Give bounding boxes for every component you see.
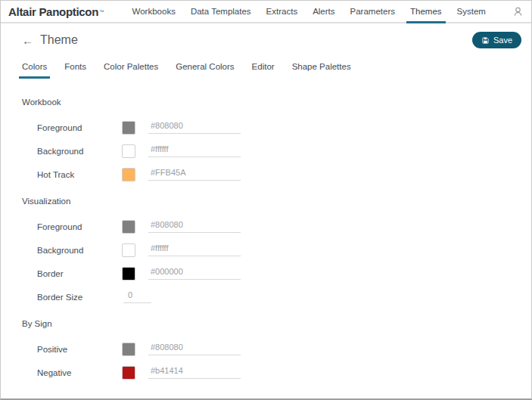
nav-item-label: Themes — [410, 7, 442, 16]
tab-label: Colors — [22, 62, 47, 71]
save-button-label: Save — [493, 36, 512, 45]
nav-item-label: Parameters — [350, 7, 395, 16]
tab-label: General Colors — [176, 62, 234, 71]
nav-item-data-templates[interactable]: Data Templates — [183, 1, 259, 22]
app-window: Altair Panopticon ™ Workbooks Data Templ… — [0, 0, 532, 400]
setting-label: Negative — [37, 368, 122, 377]
brand-name: Altair Panopticon — [8, 5, 98, 18]
row-positive: Positive — [1, 337, 531, 361]
row-negative: Negative — [1, 361, 531, 384]
color-value-input[interactable] — [148, 343, 241, 355]
section-workbook: Workbook Foreground Background Hot Track — [1, 93, 531, 186]
back-arrow-icon[interactable]: ← — [22, 35, 33, 46]
color-value-input[interactable] — [148, 366, 241, 379]
nav-item-extracts[interactable]: Extracts — [259, 1, 306, 22]
color-swatch[interactable] — [122, 168, 135, 181]
nav-item-themes[interactable]: Themes — [403, 1, 450, 22]
nav-item-alerts[interactable]: Alerts — [305, 1, 342, 22]
nav-items: Workbooks Data Templates Extracts Alerts… — [125, 1, 493, 22]
row-foreground: Foreground — [1, 215, 531, 238]
color-value-input[interactable] — [148, 243, 241, 256]
nav-item-system[interactable]: System — [450, 1, 493, 22]
nav-item-label: System — [457, 7, 486, 16]
color-swatch[interactable] — [122, 267, 135, 281]
nav-item-label: Alerts — [313, 7, 334, 16]
setting-label: Foreground — [37, 123, 122, 132]
trademark-mark: ™ — [99, 9, 104, 14]
nav-item-parameters[interactable]: Parameters — [343, 1, 403, 22]
row-border: Border — [1, 262, 531, 285]
brand-logo: Altair Panopticon ™ — [8, 1, 104, 22]
setting-label: Positive — [37, 345, 122, 354]
color-swatch[interactable] — [122, 343, 135, 356]
tab-editor[interactable]: Editor — [249, 62, 278, 78]
color-value-input[interactable] — [148, 267, 241, 280]
section-title: By Sign — [22, 315, 531, 333]
setting-label: Border — [37, 269, 122, 278]
top-navigation-bar: Altair Panopticon ™ Workbooks Data Templ… — [1, 1, 531, 23]
user-account-button[interactable] — [512, 1, 524, 22]
color-value-input[interactable] — [148, 144, 241, 157]
setting-label: Background — [37, 246, 122, 255]
setting-label: Border Size — [37, 293, 122, 302]
section-title: Workbook — [22, 93, 531, 111]
color-value-input[interactable] — [148, 220, 241, 233]
color-swatch[interactable] — [122, 220, 135, 234]
nav-item-label: Workbooks — [132, 7, 176, 16]
color-value-input[interactable] — [148, 168, 241, 181]
tab-shape-palettes[interactable]: Shape Palettes — [289, 62, 354, 78]
theme-colors-form: Workbook Foreground Background Hot Track… — [1, 78, 531, 384]
tab-colors[interactable]: Colors — [19, 62, 50, 78]
tab-label: Shape Palettes — [292, 62, 351, 71]
row-hot-track: Hot Track — [1, 163, 531, 186]
row-background: Background — [1, 238, 531, 262]
color-value-input[interactable] — [148, 121, 241, 134]
nav-item-label: Data Templates — [191, 7, 251, 16]
row-background: Background — [1, 139, 531, 163]
section-by-sign: By Sign Positive Negative — [1, 315, 531, 384]
color-swatch[interactable] — [122, 243, 135, 257]
setting-label: Background — [37, 147, 122, 156]
tab-color-palettes[interactable]: Color Palettes — [101, 62, 161, 78]
save-button[interactable]: Save — [472, 32, 521, 48]
color-swatch[interactable] — [122, 144, 135, 158]
setting-label: Foreground — [37, 222, 122, 231]
row-foreground: Foreground — [1, 116, 531, 139]
row-border-size: Border Size — [1, 285, 531, 309]
save-icon — [481, 36, 490, 45]
section-visualization: Visualization Foreground Background Bord… — [1, 192, 531, 309]
tab-fonts[interactable]: Fonts — [61, 62, 89, 78]
user-icon — [512, 6, 524, 17]
color-value-input[interactable] — [123, 290, 151, 303]
tab-label: Editor — [252, 62, 275, 71]
setting-label: Hot Track — [37, 170, 122, 179]
section-title: Visualization — [22, 192, 531, 210]
tab-bar: Colors Fonts Color Palettes General Colo… — [1, 62, 531, 78]
tab-label: Fonts — [64, 62, 86, 71]
nav-item-workbooks[interactable]: Workbooks — [125, 1, 183, 22]
tab-label: Color Palettes — [104, 62, 158, 71]
color-swatch[interactable] — [122, 121, 135, 135]
color-swatch[interactable] — [122, 366, 135, 380]
page-header: ← Theme Save — [1, 23, 531, 57]
tab-general-colors[interactable]: General Colors — [173, 62, 237, 78]
nav-item-label: Extracts — [266, 7, 298, 16]
page-title: Theme — [40, 33, 78, 47]
